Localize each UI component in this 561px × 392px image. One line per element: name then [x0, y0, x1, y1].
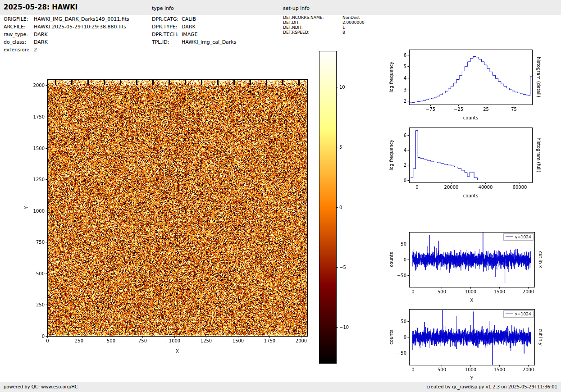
- meta-row: DET.NDIT:1: [283, 25, 345, 30]
- cut-in-x-canvas: [383, 225, 561, 309]
- footer-left-text: powered by QC: www.eso.org/HC: [4, 384, 78, 389]
- histogram-detail-canvas: [383, 43, 561, 128]
- colorbar-panel: [311, 45, 369, 374]
- meta-row: DET.RSPEED:8: [283, 30, 345, 35]
- meta-row: DPR.CATG:CALIB: [152, 16, 196, 22]
- meta-value: HAWKI.2025-05-29T10:29:38.880.fits: [34, 24, 126, 30]
- meta-label: DET.RSPEED:: [283, 30, 342, 35]
- page-title: 2025-05-28: HAWKI: [4, 3, 78, 11]
- meta-value: DARK: [182, 24, 196, 30]
- meta-value: HAWKI_IMG_DARK_Darks149_0011.fits: [34, 16, 129, 22]
- meta-label: DET.DIT:: [283, 20, 342, 25]
- meta-row: do_class:DARK: [4, 39, 48, 45]
- meta-row: DPR.TECH:IMAGE: [152, 32, 198, 37]
- meta-value: 1: [342, 25, 345, 30]
- meta-label: ARCFILE:: [4, 24, 34, 30]
- meta-value: 2: [34, 47, 37, 53]
- type-info-heading: type info: [152, 5, 174, 11]
- meta-value: 8: [342, 30, 345, 35]
- meta-label: DPR.TECH:: [152, 32, 182, 37]
- meta-label: DET.NCORRS.NAME:: [283, 15, 342, 20]
- meta-value: NonDest: [342, 15, 360, 20]
- meta-row: ORIGFILE:HAWKI_IMG_DARK_Darks149_0011.fi…: [4, 16, 129, 22]
- meta-row: TPL.ID:HAWKI_img_cal_Darks: [152, 39, 236, 45]
- meta-label: DPR.CATG:: [152, 16, 182, 22]
- meta-value: 2.0000000: [342, 20, 365, 25]
- meta-value: DARK: [34, 39, 48, 45]
- footer-right-text: created by qc_rawdisp.py v1.2.3 on 2025-…: [426, 384, 557, 389]
- colorbar-canvas: [311, 45, 369, 374]
- cut-in-y-canvas: [383, 302, 561, 383]
- meta-row: DET.DIT:2.0000000: [283, 20, 365, 25]
- histogram-full-panel: [383, 121, 561, 206]
- meta-row: DET.NCORRS.NAME:NonDest: [283, 15, 360, 20]
- meta-row: raw_type:DARK: [4, 32, 48, 37]
- meta-row: DPR.TYPE:DARK: [152, 24, 196, 30]
- setup-info-heading: set-up info: [283, 5, 310, 11]
- meta-label: DET.NDIT:: [283, 25, 342, 30]
- meta-label: raw_type:: [4, 32, 34, 37]
- meta-label: DPR.TYPE:: [152, 24, 182, 30]
- meta-label: ORIGFILE:: [4, 16, 34, 22]
- cut-in-x-panel: [383, 225, 561, 309]
- histogram-detail-panel: [383, 43, 561, 128]
- meta-row: ARCFILE:HAWKI.2025-05-29T10:29:38.880.fi…: [4, 24, 126, 30]
- meta-label: TPL.ID:: [152, 39, 182, 45]
- cut-in-y-panel: [383, 302, 561, 383]
- histogram-full-canvas: [383, 121, 561, 206]
- meta-value: DARK: [34, 32, 48, 37]
- raw-image-panel: [18, 63, 333, 378]
- header-bar: 2025-05-28: HAWKI type info set-up info: [0, 0, 561, 15]
- meta-label: extension:: [4, 47, 34, 53]
- meta-value: CALIB: [182, 16, 196, 22]
- meta-label: do_class:: [4, 39, 34, 45]
- raw-image-canvas: [18, 63, 333, 378]
- meta-row: extension:2: [4, 47, 37, 53]
- meta-value: HAWKI_img_cal_Darks: [182, 39, 236, 45]
- meta-value: IMAGE: [182, 32, 198, 37]
